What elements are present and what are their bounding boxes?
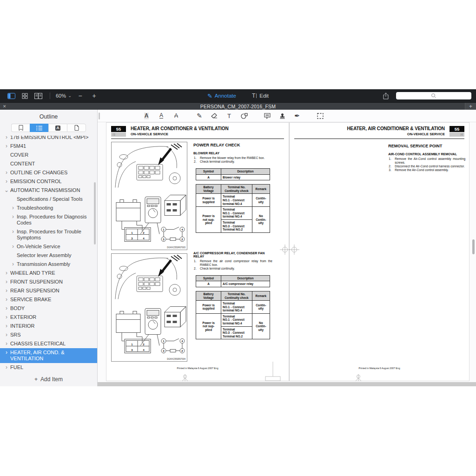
chevron-icon[interactable]: ⌄ [3,187,10,193]
thumbnails-view-button[interactable] [20,92,30,100]
underline-tool-button[interactable]: A [157,112,165,120]
chevron-icon[interactable]: › [3,332,10,338]
outline-item[interactable]: › 17B EMISSION CONTROL <MPI> [0,136,97,142]
bookmark-icon [19,125,23,131]
stamp-tool-button[interactable] [278,112,286,120]
search-input[interactable] [396,93,471,101]
cell-voltage: Power is not sup- plied [196,313,221,339]
eraser-tool-button[interactable] [210,112,218,120]
chevron-icon[interactable]: › [3,288,10,294]
annotation-toolbar: A A A ✎ T ✒ [98,110,476,122]
new-tab-button[interactable]: + [465,103,476,110]
outline-item[interactable]: Specifications / Special Tools [0,195,97,204]
cell-remark: Contin- uity [252,194,270,207]
cell-voltage: Power is supplied [196,301,221,314]
outline-item[interactable]: › SERVICE BRAKE [0,295,97,304]
outline-item[interactable]: › Troubleshooting [0,204,97,212]
chevron-icon[interactable]: › [3,143,10,149]
outline-item[interactable]: › FRONT SUSPENSION [0,278,97,286]
outline-item[interactable]: COVER [0,151,97,159]
tab-annotations[interactable]: A [48,124,67,132]
zoom-in-button[interactable]: + [89,92,100,99]
highlight-tool-button[interactable]: A [142,112,151,120]
outline-item[interactable]: › Insp. Procedures for Trouble Symptoms [0,227,97,242]
cell-terminal: Terminal NO.1→Connect terminal NO.4 [221,194,252,207]
sidebar-scrollbar-thumb[interactable] [94,182,96,245]
selection-rect-icon [317,113,324,119]
strikeout-tool-button[interactable]: A [172,112,180,120]
chevron-icon[interactable]: › [3,364,10,370]
text-column: REMOVAL SERVICE POINT AIR-COND CONTROL A… [388,139,465,172]
cell-voltage: Power is supplied [196,194,221,207]
vertical-scrollbar-thumb[interactable] [472,239,475,254]
chevron-icon[interactable]: › [3,350,10,356]
signature-pen-tool-button[interactable]: ✒ [293,112,301,120]
chevron-icon[interactable]: › [9,205,17,211]
outline-item[interactable]: › CHASSIS ELECTRICAL [0,339,97,348]
zoom-out-button[interactable]: − [74,92,86,99]
tab-pages[interactable] [67,124,86,132]
outline-item[interactable]: ⌄ AUTOMATIC TRANSMISSION [0,186,97,195]
document-tab[interactable]: PERSONA_CM_2007-2016_FSM [0,104,476,109]
outline-item[interactable]: › F5M41 [0,142,97,151]
outline-item[interactable]: › REAR SUSPENSION [0,286,97,295]
chevron-icon[interactable]: › [9,261,17,267]
outline-item[interactable]: › FUEL [0,363,97,372]
chevron-icon[interactable]: › [9,229,17,235]
chevron-icon[interactable]: › [3,178,10,185]
chevron-icon[interactable]: › [3,314,10,320]
outline-item[interactable]: CONTENT [0,159,97,168]
tab-bookmarks[interactable] [11,124,30,132]
outline-item[interactable]: › OUTLINE OF CHANGES [0,168,97,177]
select-tool-button[interactable] [316,112,324,120]
annotate-mode-button[interactable]: ✎ Annotate [207,93,236,99]
chevron-icon[interactable]: › [3,270,10,276]
cell-remark: No Contin- uity [252,207,270,233]
outline-item[interactable]: › WHEEL AND TYRE [0,269,97,278]
sidebar-toggle-button[interactable] [6,92,17,100]
zoom-level-control[interactable]: 60% ⌄ [56,93,72,99]
chevron-icon[interactable]: › [3,297,10,303]
outline-item-label: INTERIOR [10,323,35,329]
outline-item[interactable]: › BODY [0,304,97,313]
symbol-table: SymbolDescription ABlower relay [196,168,270,180]
outline-item[interactable]: › Transmission Assembly [0,260,97,269]
outline-item[interactable]: Selector lever Assembly [0,251,97,260]
outline-item[interactable]: › On-Vehicle Service [0,242,97,251]
th-terminal: Terminal No. Continuity check [221,291,252,300]
outline-item[interactable]: › EXTERIOR [0,313,97,322]
page-icon [74,125,79,131]
outline-item-label: OUTLINE OF CHANGES [10,170,67,176]
outline-item-label: REAR SUSPENSION [10,288,60,294]
horizontal-scrollbar-track[interactable] [98,382,476,386]
chevron-icon[interactable]: › [3,341,10,347]
outline-item[interactable]: › EMISSION CONTROL [0,177,97,186]
search-field[interactable] [396,92,471,99]
outline-item[interactable]: › Insp. Procedures for Diagnosis Codes [0,212,97,227]
sidebar-resize-handle[interactable] [99,112,100,119]
text-tool-button[interactable]: T [225,112,233,120]
chevron-icon[interactable]: › [3,170,10,176]
chevron-icon[interactable]: › [9,214,17,220]
toolbar-divider [50,93,50,99]
edit-mode-button[interactable]: T Edit [252,93,269,99]
chevron-icon[interactable]: › [3,279,10,285]
chevron-icon[interactable]: › [3,323,10,329]
two-page-view-button[interactable] [33,92,44,100]
chevron-icon[interactable]: › [3,305,10,311]
share-button[interactable] [381,92,390,100]
chevron-icon[interactable]: › [9,244,17,250]
tab-outline[interactable] [30,124,48,132]
add-item-button[interactable]: + Add Item [34,376,63,383]
note-tool-button[interactable] [263,112,271,120]
shapes-tool-button[interactable] [240,112,248,120]
outline-item[interactable]: › HEATER, AIR COND. & VENTILATION [0,348,97,363]
pencil-tool-button[interactable]: ✎ [195,112,204,120]
cell-description: A/C compressor relay [221,281,270,287]
outline-item[interactable]: › SRS [0,331,97,339]
block-subheading: BLOWER RELAY [193,152,272,155]
outline-item[interactable]: › INTERIOR [0,322,97,331]
share-icon [383,93,389,99]
chevron-icon[interactable]: › [3,136,10,140]
pages-canvas: 55 /3 HEATER, AIR CONDITIONER & VENTILAT… [98,122,476,382]
